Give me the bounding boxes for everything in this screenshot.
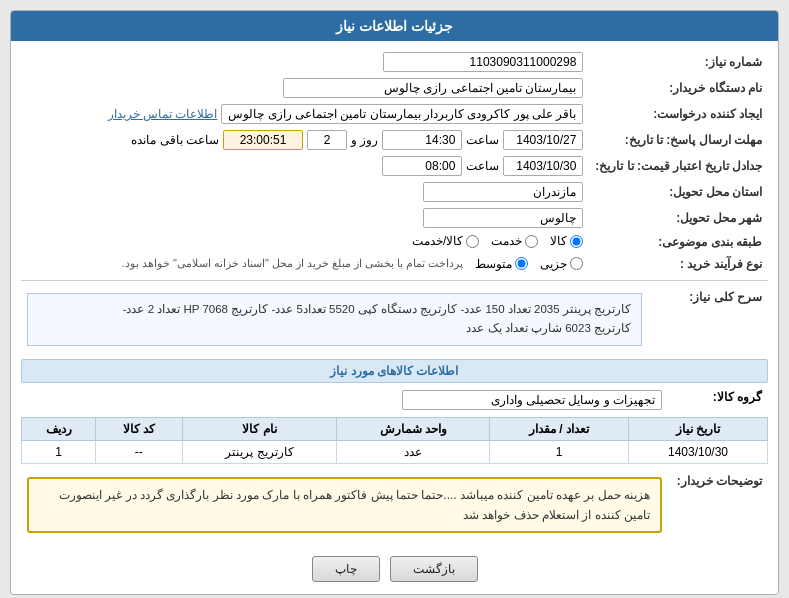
tabagheh-kala-khadamat-radio[interactable] [466,235,479,248]
col-radif: ردیف [22,417,96,440]
gorohe-table: گروه کالا: تجهیزات و وسایل تحصیلی واداری [21,387,768,413]
mohlet-roz-input: 2 [307,130,347,150]
tabagheh-kala-radio[interactable] [570,235,583,248]
page-wrapper: جزئیات اطلاعات نیاز شماره نیاز: 11030903… [0,0,789,598]
row-shahr: شهر محل تحویل: چالوس [21,205,768,231]
cell-shomare: عدد [337,440,490,463]
ijad-value: باقر علی پور کاکرودی کاربردار بیمارستان … [21,101,589,127]
items-tbody: 1403/10/30 1 عدد کارتریج پرینتر -- 1 [22,440,768,463]
dastgah-value: بیمارستان تامین اجتماعی رازی چالوس [21,75,589,101]
ostan-label: استان محل تحویل: [589,179,768,205]
tabagheh-kala-khadamat-option[interactable]: کالا/خدمت [412,234,479,248]
farayand-jozei-option[interactable]: جزیی [540,257,583,271]
ijad-input: باقر علی پور کاکرودی کاربردار بیمارستان … [221,104,583,124]
row-mohlet: مهلت ارسال پاسخ: تا تاریخ: 1403/10/27 سا… [21,127,768,153]
tabagheh-label: طبقه بندی موضوعی: [589,231,768,254]
mohlet-date-input: 1403/10/27 [503,130,583,150]
shahr-label: شهر محل تحویل: [589,205,768,231]
shomare-input: 1103090311000298 [383,52,583,72]
jadval-value: 1403/10/30 ساعت 08:00 [21,153,589,179]
shomare-value: 1103090311000298 [21,49,589,75]
table-row: 1403/10/30 1 عدد کارتریج پرینتر -- 1 [22,440,768,463]
chap-button[interactable]: چاپ [312,556,380,582]
shahr-input: چالوس [423,208,583,228]
cell-tedad: 1 [490,440,629,463]
farayand-row-flex: جزیی متوسط پرداخت تمام با بخشی از مبلغ خ… [27,257,583,271]
sareh-box: کارتریج پرینتر 2035 تعداد 150 عدد- کارتر… [27,293,642,346]
bazgasht-button[interactable]: بازگشت [390,556,478,582]
ettelaat-tamas-link[interactable]: اطلاعات تماس خریدار [108,107,218,121]
content-area: شماره نیاز: 1103090311000298 نام دستگاه … [11,41,778,594]
sareh-text: کارتریج پرینتر 2035 تعداد 150 عدد- کارتر… [123,303,631,335]
tabagheh-khadamat-option[interactable]: خدمت [491,234,538,248]
items-header-row: تاریخ نیاز تعداد / مقدار واحد شمارش نام … [22,417,768,440]
col-name: نام کالا [182,417,337,440]
main-box: جزئیات اطلاعات نیاز شماره نیاز: 11030903… [10,10,779,595]
tozi-label: توضیحات خریدار: [668,468,768,543]
tozi-text: هزینه حمل بر عهده تامین کننده میباشد ...… [59,488,650,522]
jadval-label: جدادل تاریخ اعتبار قیمت: تا تاریخ: [589,153,768,179]
buttons-row: بازگشت چاپ [21,548,768,586]
mohlet-baqi-label: ساعت باقی مانده [131,133,219,147]
row-farayand: نوع فرآیند خرید : جزیی متوسط [21,254,768,274]
page-title: جزئیات اطلاعات نیاز [336,18,453,34]
farayand-value: جزیی متوسط پرداخت تمام با بخشی از مبلغ خ… [21,254,589,274]
row-shomare: شماره نیاز: 1103090311000298 [21,49,768,75]
farayand-radio-group: جزیی متوسط [475,257,583,271]
tabagheh-khadamat-radio[interactable] [525,235,538,248]
cell-radif: 1 [22,440,96,463]
shomare-label: شماره نیاز: [589,49,768,75]
farayand-label: نوع فرآیند خرید : [589,254,768,274]
gorohe-input: تجهیزات و وسایل تحصیلی واداری [402,390,662,410]
info-table: شماره نیاز: 1103090311000298 نام دستگاه … [21,49,768,274]
farayand-motavaset-radio[interactable] [515,257,528,270]
tozi-table: توضیحات خریدار: هزینه حمل بر عهده تامین … [21,468,768,543]
jadval-time-input: 08:00 [382,156,462,176]
tabagheh-khadamat-label: خدمت [491,234,522,248]
row-sareh: سرح کلی نیاز: کارتریج پرینتر 2035 تعداد … [21,286,768,353]
cell-name: کارتریج پرینتر [182,440,337,463]
tabagheh-kala-khadamat-label: کالا/خدمت [412,234,463,248]
jadval-date-input: 1403/10/30 [503,156,583,176]
tozi-box: هزینه حمل بر عهده تامین کننده میباشد ...… [27,477,662,534]
ijad-label: ایجاد کننده درخواست: [589,101,768,127]
jadval-saet-label: ساعت [466,159,499,173]
tabagheh-radio-group: کالا خدمت کالا/خدمت [412,234,583,248]
col-code: کد کالا [96,417,182,440]
col-tedad: تعداد / مقدار [490,417,629,440]
cell-tarikh: 1403/10/30 [629,440,768,463]
mohlet-value: 1403/10/27 ساعت 14:30 روز و 2 23:00:51 س… [21,127,589,153]
divider-1 [21,280,768,281]
gorohe-label: گروه کالا: [668,387,768,413]
farayand-jozei-radio[interactable] [570,257,583,270]
shahr-value: چالوس [21,205,589,231]
farayand-motavaset-option[interactable]: متوسط [475,257,528,271]
farayand-desc: پرداخت تمام با بخشی از مبلغ خرید از محل … [122,257,464,270]
dastgah-label: نام دستگاه خریدار: [589,75,768,101]
row-ijad: ایجاد کننده درخواست: باقر علی پور کاکرود… [21,101,768,127]
col-shomare: واحد شمارش [337,417,490,440]
jadval-row-flex: 1403/10/30 ساعت 08:00 [27,156,583,176]
ijad-row-flex: باقر علی پور کاکرودی کاربردار بیمارستان … [27,104,583,124]
mohlet-baqi-input: 23:00:51 [223,130,303,150]
tabagheh-kala-label: کالا [550,234,567,248]
row-tabagheh: طبقه بندی موضوعی: کالا خدمت [21,231,768,254]
row-gorohe: گروه کالا: تجهیزات و وسایل تحصیلی واداری [21,387,768,413]
tabagheh-kala-option[interactable]: کالا [550,234,583,248]
row-jadval: جدادل تاریخ اعتبار قیمت: تا تاریخ: 1403/… [21,153,768,179]
ostan-input: مازندران [423,182,583,202]
items-thead: تاریخ نیاز تعداد / مقدار واحد شمارش نام … [22,417,768,440]
row-tozi: توضیحات خریدار: هزینه حمل بر عهده تامین … [21,468,768,543]
items-table: تاریخ نیاز تعداد / مقدار واحد شمارش نام … [21,417,768,464]
mohlet-label: مهلت ارسال پاسخ: تا تاریخ: [589,127,768,153]
row-dastgah: نام دستگاه خریدار: بیمارستان تامین اجتما… [21,75,768,101]
dastgah-input: بیمارستان تامین اجتماعی رازی چالوس [283,78,583,98]
ettelaat-kala-header: اطلاعات کالاهای مورد نیاز [21,359,768,383]
gorohe-value: تجهیزات و وسایل تحصیلی واداری [21,387,668,413]
farayand-jozei-label: جزیی [540,257,567,271]
farayand-motavaset-label: متوسط [475,257,512,271]
ostan-value: مازندران [21,179,589,205]
sareh-kali-table: سرح کلی نیاز: کارتریج پرینتر 2035 تعداد … [21,286,768,353]
page-header: جزئیات اطلاعات نیاز [11,11,778,41]
cell-code: -- [96,440,182,463]
